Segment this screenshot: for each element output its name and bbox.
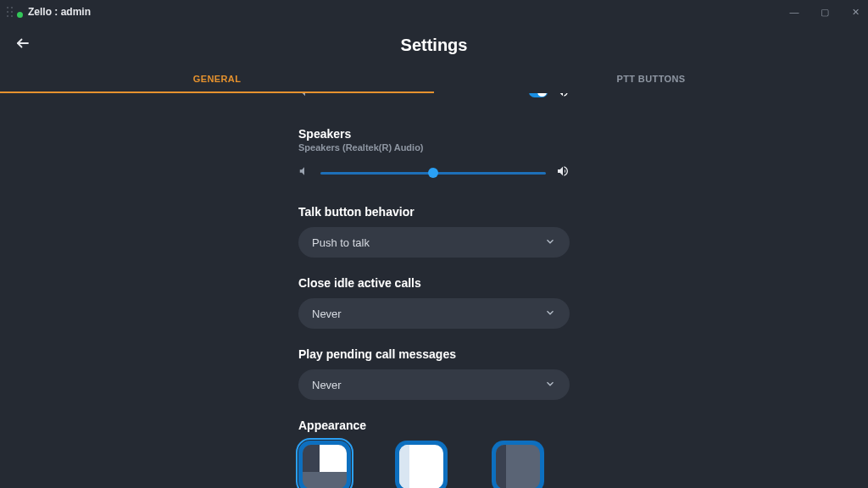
chevron-down-icon	[544, 236, 556, 250]
tab-ptt-buttons[interactable]: PTT BUTTONS	[434, 66, 868, 93]
slider-track[interactable]	[320, 172, 546, 175]
talk-behavior-select[interactable]: Push to talk	[298, 227, 570, 258]
chevron-down-icon	[544, 307, 556, 321]
toggle-switch[interactable]	[529, 93, 548, 97]
window-title: Zello : admin	[28, 6, 91, 18]
maximize-button[interactable]: ▢	[819, 7, 831, 18]
close-idle-select[interactable]: Never	[298, 298, 570, 329]
appearance-title: Appearance	[298, 419, 570, 432]
arrow-left-icon	[15, 36, 31, 51]
close-idle-title: Close idle active calls	[298, 276, 570, 290]
close-idle-value: Never	[312, 308, 342, 320]
slider-thumb[interactable]	[428, 168, 438, 178]
status-indicator-icon	[17, 12, 23, 18]
page-header: Settings	[0, 24, 868, 66]
close-button[interactable]: ✕	[849, 7, 861, 18]
speakers-device: Speakers (Realtek(R) Audio)	[298, 142, 570, 152]
volume-low-icon	[298, 165, 310, 180]
speakers-title: Speakers	[298, 127, 570, 141]
page-title: Settings	[401, 36, 468, 55]
app-menu-icon[interactable]	[7, 7, 14, 18]
volume-low-icon	[298, 93, 312, 102]
titlebar: Zello : admin — ▢ ✕	[0, 0, 868, 24]
theme-dark-option[interactable]: Dark	[492, 441, 544, 488]
theme-light-option[interactable]: Light	[395, 441, 448, 488]
chevron-down-icon	[544, 378, 556, 392]
tabs: GENERAL PTT BUTTONS	[0, 66, 868, 93]
talk-behavior-title: Talk button behavior	[298, 205, 570, 219]
theme-system-option[interactable]: System	[298, 441, 351, 488]
play-pending-value: Never	[312, 379, 342, 391]
play-pending-select[interactable]: Never	[298, 369, 570, 400]
volume-high-icon	[556, 93, 570, 102]
volume-high-icon	[556, 164, 570, 181]
play-pending-title: Play pending call messages	[298, 347, 570, 361]
speakers-volume-slider[interactable]	[298, 164, 570, 181]
partial-toggle-row	[298, 93, 570, 105]
minimize-button[interactable]: —	[788, 7, 800, 18]
back-button[interactable]	[15, 36, 31, 54]
tab-general[interactable]: GENERAL	[0, 66, 434, 93]
talk-behavior-value: Push to talk	[312, 236, 370, 249]
